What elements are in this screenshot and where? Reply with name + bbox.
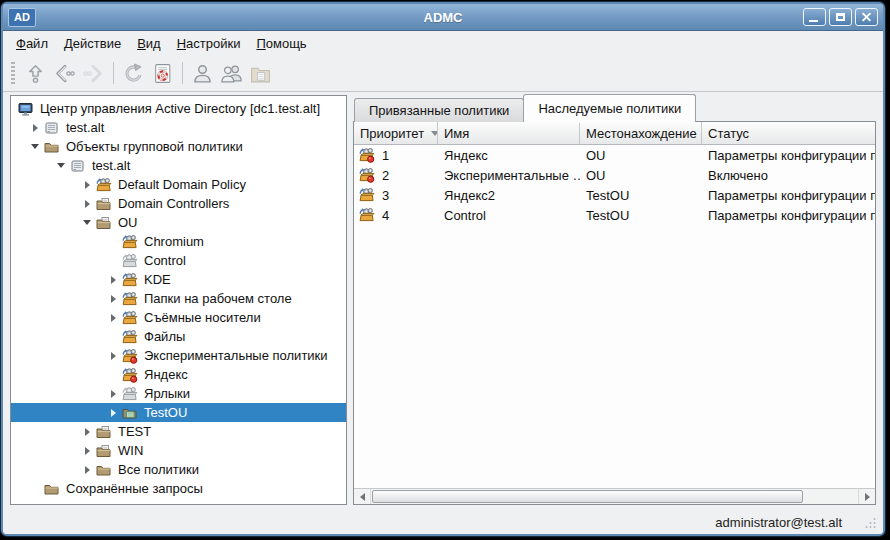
expander-collapsed-icon[interactable] <box>105 352 121 360</box>
create-ou-button[interactable] <box>246 59 275 88</box>
menu-settings[interactable]: Настройки <box>169 33 249 54</box>
tree-item[interactable]: Экспериментальные политики <box>11 346 346 365</box>
scroll-right-icon <box>865 493 870 501</box>
resize-grip[interactable] <box>864 516 877 529</box>
expander-collapsed-icon[interactable] <box>105 314 121 322</box>
gpo-icon <box>121 329 138 345</box>
expander-collapsed-icon[interactable] <box>27 124 43 132</box>
gpo-grey-icon <box>121 253 138 269</box>
tree-item[interactable]: OU <box>11 213 346 232</box>
tree-item[interactable]: Яндекс <box>11 365 346 384</box>
expander-collapsed-icon[interactable] <box>105 295 121 303</box>
tree-item[interactable]: test.alt <box>11 118 346 137</box>
close-button[interactable] <box>855 8 878 26</box>
toolbar-handle[interactable] <box>11 62 15 84</box>
menu-file[interactable]: Файл <box>8 33 56 54</box>
tree-item[interactable]: Ярлыки <box>11 384 346 403</box>
scrollbar-track[interactable] <box>371 489 858 504</box>
tree-item[interactable]: KDE <box>11 270 346 289</box>
tree-item[interactable]: Папки на рабочем столе <box>11 289 346 308</box>
tree-item[interactable]: Файлы <box>11 327 346 346</box>
statusbar: administrator@test.alt <box>3 510 883 534</box>
expander-collapsed-icon[interactable] <box>79 466 95 474</box>
column-header-priority[interactable]: Приоритет <box>354 122 438 144</box>
expander-expanded-icon[interactable] <box>79 220 95 225</box>
expander-collapsed-icon[interactable] <box>105 390 121 398</box>
horizontal-scrollbar[interactable] <box>354 488 875 504</box>
table-row[interactable]: 2Экспериментальные …OUВключено <box>354 165 875 185</box>
menubar: Файл Действие Вид Настройки Помощь <box>3 31 883 55</box>
cell-status: Параметры конфигурации п <box>702 188 875 203</box>
tree-item[interactable]: Chromium <box>11 232 346 251</box>
column-header-name[interactable]: Имя <box>438 122 580 144</box>
maximize-icon <box>836 13 845 21</box>
expander-collapsed-icon[interactable] <box>105 409 121 417</box>
expander-collapsed-icon[interactable] <box>79 181 95 189</box>
expander-collapsed-icon[interactable] <box>79 447 95 455</box>
maximize-button[interactable] <box>829 8 852 26</box>
cell-location: TestOU <box>580 208 702 223</box>
tree-item[interactable]: Центр управления Active Directory [dc1.t… <box>11 99 346 118</box>
tree-item[interactable]: Все политики <box>11 460 346 479</box>
create-user-button[interactable] <box>188 59 217 88</box>
sort-descending-icon <box>431 131 438 136</box>
tree-item-label: Domain Controllers <box>118 196 235 211</box>
tree-item[interactable]: test.alt <box>11 156 346 175</box>
column-header-location[interactable]: Местонахождение <box>580 122 702 144</box>
gpo-icon <box>121 310 138 326</box>
tree-item[interactable]: Объекты групповой политики <box>11 137 346 156</box>
scrollbar-thumb[interactable] <box>372 490 803 503</box>
tree-item[interactable]: Domain Controllers <box>11 194 346 213</box>
tab-linked-policies[interactable]: Привязанные политики <box>354 98 524 122</box>
folder-doc-icon <box>95 443 112 459</box>
column-header-status[interactable]: Статус <box>702 122 875 144</box>
expander-collapsed-icon[interactable] <box>105 276 121 284</box>
tree-item[interactable]: TestOU <box>11 403 346 422</box>
tree-item[interactable]: Съёмные носители <box>11 308 346 327</box>
menu-action[interactable]: Действие <box>56 33 129 54</box>
tree-item-label: Ярлыки <box>144 386 196 401</box>
expander-expanded-icon[interactable] <box>53 163 69 168</box>
expander-collapsed-icon[interactable] <box>79 428 95 436</box>
table-row[interactable]: 3Яндекс2TestOUПараметры конфигурации п <box>354 185 875 205</box>
tree-item[interactable]: Сохранённые запросы <box>11 479 346 498</box>
expander-expanded-icon[interactable] <box>27 144 43 149</box>
tab-inherited-policies[interactable]: Наследуемые политики <box>523 94 696 122</box>
console-tree: Центр управления Active Directory [dc1.t… <box>10 95 347 505</box>
tree-item[interactable]: Control <box>11 251 346 270</box>
column-label: Статус <box>708 126 749 141</box>
table-row[interactable]: 4ControlTestOUПараметры конфигурации п <box>354 205 875 225</box>
scroll-left-button[interactable] <box>354 489 371 504</box>
gpo-icon <box>121 291 138 307</box>
gpo-grey-icon <box>121 386 138 402</box>
policy-table-body: 1ЯндексOUПараметры конфигурации п2Экспер… <box>354 145 875 488</box>
toolbar <box>3 55 883 92</box>
tree-item[interactable]: TEST <box>11 422 346 441</box>
tree-item-label: Сохранённые запросы <box>66 481 209 496</box>
create-group-button[interactable] <box>217 59 246 88</box>
tree-item[interactable]: WIN <box>11 441 346 460</box>
scroll-right-button[interactable] <box>858 489 875 504</box>
minimize-button[interactable] <box>803 8 826 26</box>
tree-item-label: test.alt <box>92 158 136 173</box>
tree-item-label: Объекты групповой политики <box>66 139 249 154</box>
filter-objects-button[interactable] <box>148 59 177 88</box>
refresh-button[interactable] <box>119 59 148 88</box>
cell-status: Параметры конфигурации п <box>702 208 875 223</box>
cell-priority: 2 <box>354 167 438 183</box>
column-label: Приоритет <box>360 126 424 141</box>
tree-item-label: KDE <box>144 272 177 287</box>
tree-item[interactable]: Default Domain Policy <box>11 175 346 194</box>
gpo-red-icon <box>358 167 375 183</box>
expander-collapsed-icon[interactable] <box>79 200 95 208</box>
table-row[interactable]: 1ЯндексOUПараметры конфигурации п <box>354 145 875 165</box>
window-title: ADMC <box>3 10 883 25</box>
menu-view[interactable]: Вид <box>129 33 169 54</box>
go-up-button[interactable] <box>21 59 50 88</box>
titlebar[interactable]: AD ADMC <box>3 4 883 31</box>
folder-doc-icon <box>95 424 112 440</box>
menu-help[interactable]: Помощь <box>248 33 314 54</box>
go-back-button[interactable] <box>50 59 79 88</box>
go-forward-button[interactable] <box>79 59 108 88</box>
tree-item-label: Центр управления Active Directory [dc1.t… <box>40 101 326 116</box>
